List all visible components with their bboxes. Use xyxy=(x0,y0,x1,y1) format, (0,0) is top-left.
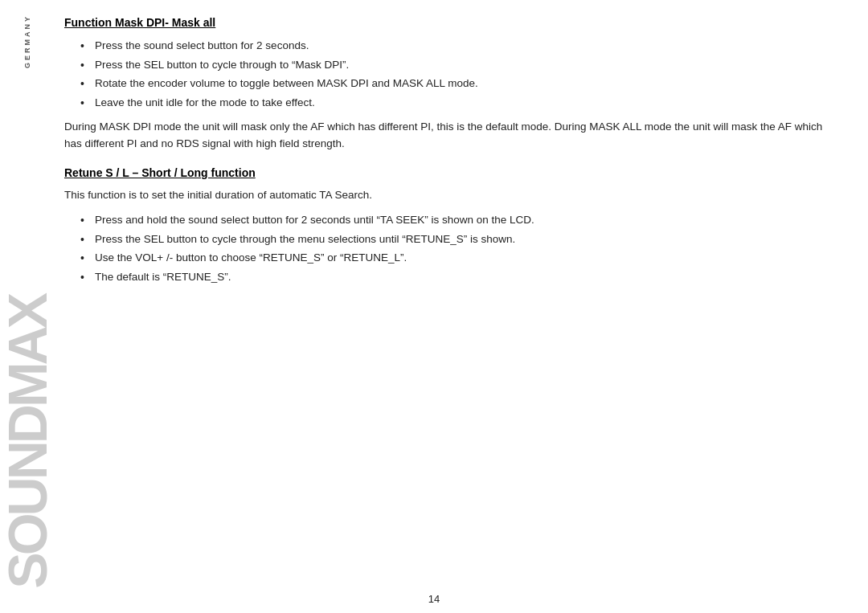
main-content: Function Mask DPI- Mask all Press the so… xyxy=(64,16,836,581)
section-function-mask: Function Mask DPI- Mask all Press the so… xyxy=(64,16,836,152)
list-item: Leave the unit idle for the mode to take… xyxy=(80,94,836,112)
list-item: Use the VOL+ /- button to choose “RETUNE… xyxy=(80,249,836,267)
section-retune: Retune S / L – Short / Long function Thi… xyxy=(64,166,836,286)
list-item: Press and hold the sound select button f… xyxy=(80,211,836,229)
page-container: GERMANY SOUNDMAX Function Mask DPI- Mask… xyxy=(0,0,868,613)
retune-bullets: Press and hold the sound select button f… xyxy=(64,211,836,285)
list-item: The default is “RETUNE_S”. xyxy=(80,268,836,286)
list-item: Press the SEL button to cycle through th… xyxy=(80,231,836,248)
function-mask-after-text: During MASK DPI mode the unit will mask … xyxy=(64,119,836,152)
brand-name: SOUNDMAX xyxy=(0,296,55,589)
section-title-retune: Retune S / L – Short / Long function xyxy=(64,166,836,179)
section-title-function-mask: Function Mask DPI- Mask all xyxy=(64,16,836,29)
page-number: 14 xyxy=(428,593,440,605)
function-mask-bullets: Press the sound select button for 2 seco… xyxy=(64,37,836,111)
list-item: Press the sound select button for 2 seco… xyxy=(80,37,836,55)
list-item: Press the SEL button to cycle through to… xyxy=(80,56,836,74)
brand-country: GERMANY xyxy=(23,14,31,68)
retune-body-text: This function is to set the initial dura… xyxy=(64,187,836,203)
list-item: Rotate the encoder volume to toggle betw… xyxy=(80,75,836,92)
sidebar-brand: GERMANY SOUNDMAX xyxy=(0,0,55,613)
